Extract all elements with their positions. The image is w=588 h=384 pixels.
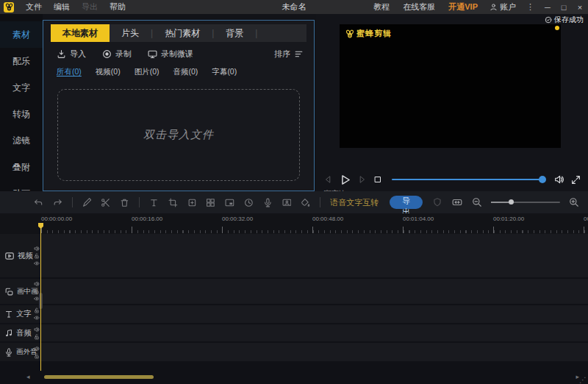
import-dropzone[interactable]: 双击导入文件 [57, 89, 300, 181]
timeline-zoom-slider[interactable] [491, 202, 560, 203]
split-screen-icon[interactable] [206, 197, 215, 208]
zoom-slider-handle[interactable] [509, 199, 514, 205]
pip-icon[interactable] [225, 197, 234, 208]
account-button[interactable]: 账户 [484, 1, 521, 13]
record-icon [102, 49, 112, 59]
undo-icon[interactable] [34, 197, 43, 208]
fullscreen-icon[interactable] [571, 175, 581, 185]
scroll-left-icon[interactable]: ◂ [26, 373, 30, 380]
resize-grip-icon[interactable]: ⋰ [579, 376, 587, 384]
track-pip[interactable]: 画中画 [0, 279, 588, 304]
tab-local-media[interactable]: 本地素材 [51, 24, 110, 42]
track-pip-lane[interactable] [41, 279, 588, 304]
time-ruler[interactable]: 00:00:00.00 00:00:16.00 00:00:32.00 00:0… [0, 213, 588, 234]
import-icon [57, 49, 66, 59]
tab-intro[interactable]: 片头 [110, 24, 151, 42]
track-text-lane[interactable] [41, 305, 588, 323]
speech-to-text-button[interactable]: 语音文字互转 [330, 197, 379, 208]
seek-bar[interactable] [392, 179, 545, 180]
record-button[interactable]: 录制 [102, 49, 132, 60]
sort-button[interactable]: 排序 [274, 49, 304, 60]
zoom-out-icon[interactable] [472, 197, 482, 207]
video-viewport[interactable]: 蜜蜂剪辑 [340, 24, 561, 148]
pip-track-icon [4, 287, 14, 296]
edit-icon[interactable] [82, 197, 92, 208]
next-frame-icon[interactable] [358, 175, 367, 184]
chroma-key-icon[interactable] [301, 197, 310, 208]
maximize-button[interactable]: □ [556, 3, 572, 12]
track-audio[interactable]: 音频 [0, 324, 588, 341]
sidebar-item-transition[interactable]: 转场 [0, 101, 43, 127]
frame-add-icon[interactable] [187, 197, 197, 208]
more-menu-icon[interactable]: ⋮ [521, 2, 539, 12]
track-audio-lane[interactable] [41, 324, 588, 341]
track-mute-icon[interactable] [34, 281, 40, 287]
tab-hot-media[interactable]: 热门素材 [153, 24, 212, 42]
filter-image[interactable]: 图片(0) [135, 67, 159, 77]
track-voiceover-lane[interactable] [41, 343, 588, 361]
presenter-icon[interactable] [282, 197, 292, 208]
record-lesson-button[interactable]: 录制微课 [148, 49, 193, 60]
corner-handle[interactable] [555, 26, 559, 30]
track-voiceover[interactable]: 画外音 [0, 343, 588, 361]
check-circle-icon [545, 16, 552, 24]
volume-icon[interactable] [554, 174, 564, 185]
track-pip-header: 画中画 [0, 279, 41, 304]
track-text-header: 文字 [0, 305, 41, 323]
track-voiceover-header: 画外音 [0, 343, 41, 361]
sidebar-item-overlay[interactable]: 叠附 [0, 154, 43, 180]
track-video-lane[interactable] [41, 234, 588, 277]
minimize-button[interactable]: ─ [539, 3, 556, 12]
add-text-icon[interactable] [149, 197, 159, 208]
track-visibility-icon[interactable] [34, 260, 40, 266]
filter-subtitle[interactable]: 字幕(0) [212, 67, 237, 77]
play-icon[interactable] [339, 174, 351, 186]
beecut-window: 文件 编辑 导出 帮助 未命名 教程 在线客服 开通VIP 账户 ⋮ ─ □ ×… [0, 0, 588, 384]
redo-icon[interactable] [53, 197, 62, 208]
sidebar-item-material[interactable]: 素材 [0, 21, 43, 48]
track-mute-icon[interactable] [34, 246, 40, 252]
menu-help[interactable]: 帮助 [104, 1, 132, 13]
zoom-in-icon[interactable] [569, 197, 579, 207]
filter-video[interactable]: 视频(0) [96, 67, 121, 77]
menu-edit[interactable]: 编辑 [48, 1, 76, 13]
prev-frame-icon[interactable] [323, 175, 332, 184]
filter-all[interactable]: 所有(0) [57, 67, 82, 77]
track-lock-icon[interactable] [34, 334, 40, 340]
close-button[interactable]: × [572, 3, 588, 12]
cut-icon[interactable] [101, 197, 110, 208]
track-text[interactable]: 文字 [0, 305, 588, 323]
crop-icon[interactable] [168, 197, 178, 208]
playhead[interactable] [40, 223, 41, 371]
voiceover-mic-icon[interactable] [263, 197, 273, 208]
text-track-icon [4, 310, 13, 319]
filter-audio[interactable]: 音频(0) [173, 67, 198, 77]
scrollbar-thumb[interactable] [44, 375, 154, 379]
menu-export: 导出 [76, 1, 104, 13]
sidebar-item-filter[interactable]: 滤镜 [0, 127, 43, 154]
tutorial-link[interactable]: 教程 [367, 1, 396, 13]
export-button[interactable]: 导出 [390, 196, 423, 209]
sidebar-item-music[interactable]: 配乐 [0, 48, 43, 74]
track-label: 视频 [18, 251, 33, 261]
track-mute-icon[interactable] [34, 346, 40, 352]
duration-clock-icon[interactable] [244, 197, 254, 208]
stop-icon[interactable] [373, 175, 382, 184]
track-lock-icon[interactable] [34, 353, 40, 359]
vip-link[interactable]: 开通VIP [442, 1, 484, 13]
track-mute-icon[interactable] [34, 327, 40, 333]
delete-icon[interactable] [120, 197, 129, 208]
track-visibility-icon[interactable] [34, 315, 40, 321]
track-lock-icon[interactable] [34, 253, 40, 259]
sidebar-item-text[interactable]: 文字 [0, 74, 43, 101]
import-button[interactable]: 导入 [57, 49, 86, 60]
tab-background[interactable]: 背景 [214, 24, 255, 42]
fit-timeline-icon[interactable] [451, 197, 463, 207]
titlebar: 文件 编辑 导出 帮助 未命名 教程 在线客服 开通VIP 账户 ⋮ ─ □ × [0, 0, 588, 14]
track-video[interactable]: 视频 [0, 234, 588, 277]
support-link[interactable]: 在线客服 [396, 1, 442, 13]
preview-panel: 保存成功 蜜蜂剪辑 宽高比 16 : 9 [316, 14, 588, 191]
menu-file[interactable]: 文件 [20, 1, 48, 13]
dropzone-hint: 双击导入文件 [143, 128, 214, 142]
seek-handle[interactable] [539, 176, 546, 183]
